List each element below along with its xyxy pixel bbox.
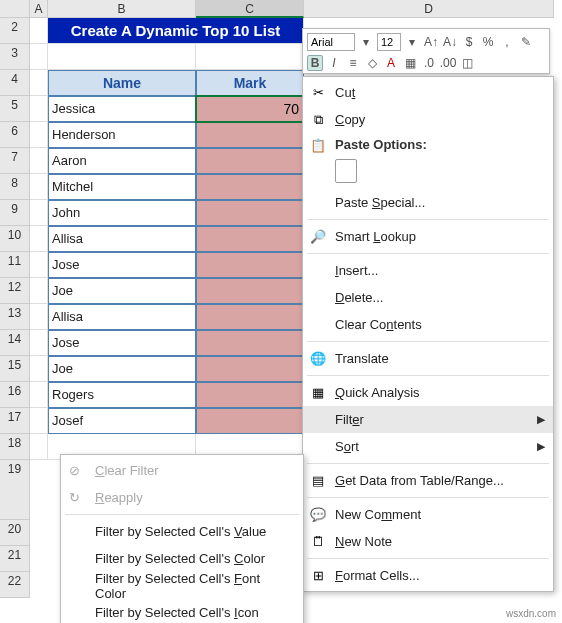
header-mark[interactable]: Mark <box>196 70 304 96</box>
row-header-17[interactable]: 17 <box>0 408 30 434</box>
mark-cell[interactable] <box>196 304 304 330</box>
row-header-20[interactable]: 20 <box>0 520 30 546</box>
menu-clear-contents[interactable]: Clear Contents <box>303 311 553 338</box>
row-header-16[interactable]: 16 <box>0 382 30 408</box>
name-cell[interactable]: Jessica <box>48 96 196 122</box>
row-header-corner[interactable] <box>0 0 30 18</box>
mark-cell[interactable] <box>196 122 304 148</box>
header-name[interactable]: Name <box>48 70 196 96</box>
menu-smart-lookup[interactable]: 🔎Smart Lookup <box>303 223 553 250</box>
name-cell[interactable]: Aaron <box>48 148 196 174</box>
mark-cell[interactable] <box>196 382 304 408</box>
font-dropdown-icon[interactable]: ▾ <box>358 34 374 50</box>
italic-button[interactable]: I <box>326 55 342 71</box>
name-cell[interactable]: John <box>48 200 196 226</box>
row-header-2[interactable]: 2 <box>0 18 30 44</box>
submenu-filter-value[interactable]: Filter by Selected Cell's Value <box>61 518 303 545</box>
mark-cell[interactable] <box>196 408 304 434</box>
name-cell[interactable]: Jose <box>48 252 196 278</box>
row-header-22[interactable]: 22 <box>0 572 30 598</box>
name-cell[interactable]: Jose <box>48 330 196 356</box>
row-header-14[interactable]: 14 <box>0 330 30 356</box>
name-cell[interactable]: Joe <box>48 278 196 304</box>
currency-icon[interactable]: $ <box>461 34 477 50</box>
col-header-d[interactable]: D <box>304 0 554 18</box>
align-button[interactable]: ≡ <box>345 55 361 71</box>
menu-insert[interactable]: Insert... <box>303 257 553 284</box>
decimal-increase-icon[interactable]: .00 <box>440 55 456 71</box>
mark-cell[interactable] <box>196 252 304 278</box>
mark-cell[interactable] <box>196 330 304 356</box>
fill-color-icon[interactable]: ◇ <box>364 55 380 71</box>
name-cell[interactable]: Mitchel <box>48 174 196 200</box>
row-header-7[interactable]: 7 <box>0 148 30 174</box>
submenu-filter-icon[interactable]: Filter by Selected Cell's Icon <box>61 599 303 623</box>
menu-delete[interactable]: Delete... <box>303 284 553 311</box>
menu-new-comment[interactable]: 💬New Comment <box>303 501 553 528</box>
size-dropdown-icon[interactable]: ▾ <box>404 34 420 50</box>
row-header-15[interactable]: 15 <box>0 356 30 382</box>
col-header-c[interactable]: C <box>196 0 304 18</box>
comma-icon[interactable]: , <box>499 34 515 50</box>
row-header-18[interactable]: 18 <box>0 434 30 460</box>
menu-sort[interactable]: Sort▶ <box>303 433 553 460</box>
row-header-13[interactable]: 13 <box>0 304 30 330</box>
note-icon: 🗒 <box>310 534 326 550</box>
mark-cell[interactable] <box>196 356 304 382</box>
row-header-10[interactable]: 10 <box>0 226 30 252</box>
filter-submenu: ⊘Clear Filter ↻Reapply Filter by Selecte… <box>60 454 304 623</box>
menu-copy[interactable]: ⧉Copy <box>303 106 553 133</box>
col-header-a[interactable]: A <box>30 0 48 18</box>
mark-cell[interactable] <box>196 174 304 200</box>
title-cell[interactable]: Create A Dynamic Top 10 List <box>48 18 304 44</box>
row-header-9[interactable]: 9 <box>0 200 30 226</box>
menu-new-note[interactable]: 🗒New Note <box>303 528 553 555</box>
row-header-8[interactable]: 8 <box>0 174 30 200</box>
menu-paste-special[interactable]: Paste Special... <box>303 189 553 216</box>
name-cell[interactable]: Josef <box>48 408 196 434</box>
row-header-21[interactable]: 21 <box>0 546 30 572</box>
decimal-decrease-icon[interactable]: .0 <box>421 55 437 71</box>
submenu-filter-font-color[interactable]: Filter by Selected Cell's Font Color <box>61 572 303 599</box>
font-size-input[interactable] <box>377 33 401 51</box>
row-header-5[interactable]: 5 <box>0 96 30 122</box>
name-cell[interactable]: Henderson <box>48 122 196 148</box>
paste-default-icon[interactable] <box>335 159 357 183</box>
col-header-b[interactable]: B <box>48 0 196 18</box>
font-input[interactable] <box>307 33 355 51</box>
menu-format-cells[interactable]: ⊞Format Cells... <box>303 562 553 589</box>
font-color-icon[interactable]: A <box>383 55 399 71</box>
row-header-4[interactable]: 4 <box>0 70 30 96</box>
name-cell[interactable]: Allisa <box>48 226 196 252</box>
borders-icon[interactable]: ▦ <box>402 55 418 71</box>
format-painter-icon[interactable]: ✎ <box>518 34 534 50</box>
row-header-11[interactable]: 11 <box>0 252 30 278</box>
menu-separator <box>307 375 549 376</box>
row-header-6[interactable]: 6 <box>0 122 30 148</box>
increase-font-icon[interactable]: A↑ <box>423 34 439 50</box>
name-cell[interactable]: Allisa <box>48 304 196 330</box>
submenu-clear-filter: ⊘Clear Filter <box>61 457 303 484</box>
mark-cell[interactable] <box>196 200 304 226</box>
decrease-font-icon[interactable]: A↓ <box>442 34 458 50</box>
row-header-3[interactable]: 3 <box>0 44 30 70</box>
mark-cell[interactable] <box>196 226 304 252</box>
merge-icon[interactable]: ◫ <box>459 55 475 71</box>
bold-button[interactable]: B <box>307 55 323 71</box>
mark-cell[interactable] <box>196 278 304 304</box>
row-header-19[interactable]: 19 <box>0 460 30 520</box>
name-cell[interactable]: Joe <box>48 356 196 382</box>
mark-cell[interactable] <box>196 148 304 174</box>
menu-filter[interactable]: Filter▶ <box>303 406 553 433</box>
menu-quick-analysis[interactable]: ▦Quick Analysis <box>303 379 553 406</box>
menu-translate[interactable]: 🌐Translate <box>303 345 553 372</box>
menu-get-data[interactable]: ▤Get Data from Table/Range... <box>303 467 553 494</box>
name-cell[interactable]: Rogers <box>48 382 196 408</box>
row-header-12[interactable]: 12 <box>0 278 30 304</box>
cell-a3[interactable] <box>30 44 48 70</box>
menu-cut[interactable]: ✂Cut <box>303 79 553 106</box>
submenu-filter-color[interactable]: Filter by Selected Cell's Color <box>61 545 303 572</box>
cell-a2[interactable] <box>30 18 48 44</box>
mark-cell-active[interactable]: 70 <box>196 96 304 122</box>
percent-icon[interactable]: % <box>480 34 496 50</box>
